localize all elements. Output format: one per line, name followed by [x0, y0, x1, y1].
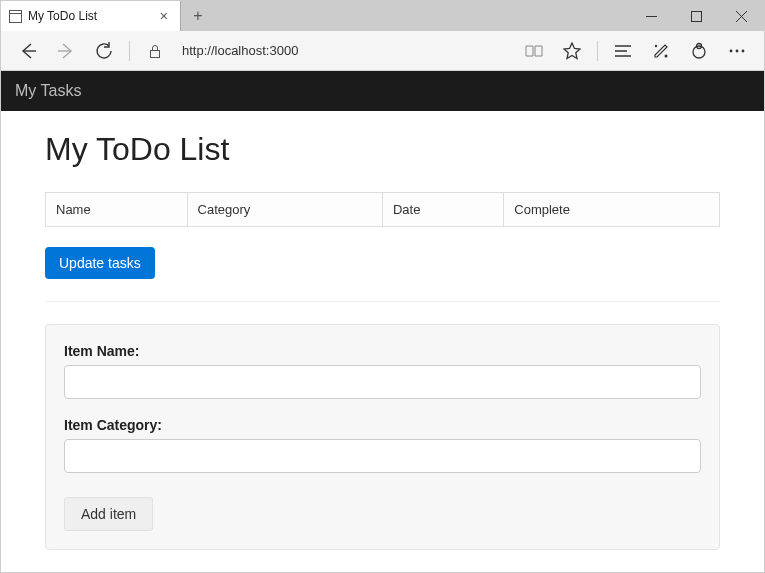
update-tasks-button[interactable]: Update tasks	[45, 247, 155, 279]
hub-icon[interactable]	[606, 34, 640, 68]
add-item-button[interactable]: Add item	[64, 497, 153, 531]
page-icon	[9, 10, 22, 23]
svg-rect-8	[151, 50, 160, 57]
col-date: Date	[382, 193, 503, 227]
address-bar[interactable]: http://localhost:3000	[176, 43, 513, 58]
toolbar-separator	[129, 41, 130, 61]
maximize-button[interactable]	[674, 1, 719, 31]
svg-point-13	[655, 44, 657, 46]
svg-rect-3	[692, 11, 702, 21]
more-icon[interactable]	[720, 34, 754, 68]
svg-point-14	[693, 46, 705, 58]
refresh-button[interactable]	[87, 34, 121, 68]
browser-tab-title: My ToDo List	[28, 9, 150, 23]
page-title: My ToDo List	[45, 131, 720, 168]
svg-rect-0	[10, 10, 22, 22]
app-header: My Tasks	[1, 71, 764, 111]
item-name-input[interactable]	[64, 365, 701, 399]
svg-point-12	[665, 54, 668, 57]
notes-icon[interactable]	[644, 34, 678, 68]
add-item-form: Item Name: Item Category: Add item	[45, 324, 720, 550]
toolbar-separator	[597, 41, 598, 61]
new-tab-button[interactable]: +	[181, 1, 215, 31]
back-button[interactable]	[11, 34, 45, 68]
browser-tab-strip: My ToDo List × +	[1, 1, 764, 31]
share-icon[interactable]	[682, 34, 716, 68]
browser-tab[interactable]: My ToDo List ×	[1, 1, 181, 31]
col-category: Category	[187, 193, 382, 227]
minimize-button[interactable]	[629, 1, 674, 31]
divider	[45, 301, 720, 302]
reading-view-icon[interactable]	[517, 34, 551, 68]
table-header-row: Name Category Date Complete	[46, 193, 720, 227]
lock-icon	[138, 34, 172, 68]
col-complete: Complete	[504, 193, 720, 227]
svg-point-16	[730, 49, 733, 52]
favorite-icon[interactable]	[555, 34, 589, 68]
svg-point-18	[742, 49, 745, 52]
close-window-button[interactable]	[719, 1, 764, 31]
item-category-input[interactable]	[64, 439, 701, 473]
item-category-label: Item Category:	[64, 417, 701, 433]
col-name: Name	[46, 193, 188, 227]
brand-link[interactable]: My Tasks	[15, 82, 81, 100]
window-controls	[629, 1, 764, 31]
forward-button[interactable]	[49, 34, 83, 68]
svg-point-17	[736, 49, 739, 52]
page-body: My ToDo List Name Category Date Complete…	[1, 111, 764, 570]
item-name-label: Item Name:	[64, 343, 701, 359]
tasks-table: Name Category Date Complete	[45, 192, 720, 227]
close-tab-button[interactable]: ×	[156, 8, 172, 24]
browser-toolbar: http://localhost:3000	[1, 31, 764, 71]
